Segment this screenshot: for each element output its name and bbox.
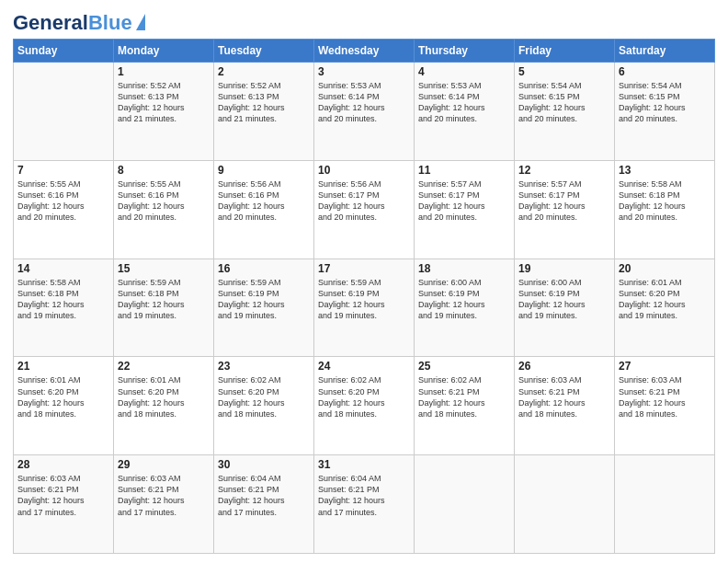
day-number: 30	[218, 458, 310, 471]
calendar-cell: 9Sunrise: 5:56 AMSunset: 6:16 PMDaylight…	[214, 160, 314, 259]
day-number: 28	[17, 458, 109, 471]
cell-content: Sunrise: 6:03 AMSunset: 6:21 PMDaylight:…	[118, 473, 210, 518]
day-number: 21	[17, 360, 109, 373]
calendar-cell: 23Sunrise: 6:02 AMSunset: 6:20 PMDayligh…	[214, 357, 314, 455]
calendar-cell: 2Sunrise: 5:52 AMSunset: 6:13 PMDaylight…	[214, 63, 314, 161]
day-number: 6	[619, 65, 711, 78]
calendar-week-row: 1Sunrise: 5:52 AMSunset: 6:13 PMDaylight…	[14, 63, 715, 161]
day-number: 11	[418, 164, 510, 177]
cell-content: Sunrise: 5:52 AMSunset: 6:13 PMDaylight:…	[118, 80, 210, 125]
cell-content: Sunrise: 6:00 AMSunset: 6:19 PMDaylight:…	[518, 277, 610, 322]
day-number: 17	[318, 262, 410, 275]
cell-content: Sunrise: 6:04 AMSunset: 6:21 PMDaylight:…	[218, 473, 310, 518]
cell-content: Sunrise: 6:02 AMSunset: 6:20 PMDaylight:…	[318, 374, 410, 419]
calendar-cell: 30Sunrise: 6:04 AMSunset: 6:21 PMDayligh…	[214, 455, 314, 554]
calendar-cell: 17Sunrise: 5:59 AMSunset: 6:19 PMDayligh…	[314, 259, 415, 357]
logo-text: GeneralBlue	[13, 13, 132, 33]
day-number: 29	[118, 458, 210, 471]
cell-content: Sunrise: 6:02 AMSunset: 6:21 PMDaylight:…	[418, 374, 510, 419]
day-number: 2	[218, 65, 310, 78]
calendar-day-header: Sunday	[14, 40, 114, 63]
calendar-cell	[515, 455, 615, 554]
cell-content: Sunrise: 6:04 AMSunset: 6:21 PMDaylight:…	[318, 473, 410, 518]
calendar-header-row: SundayMondayTuesdayWednesdayThursdayFrid…	[14, 40, 715, 63]
calendar-day-header: Monday	[114, 40, 214, 63]
day-number: 4	[418, 65, 510, 78]
cell-content: Sunrise: 6:03 AMSunset: 6:21 PMDaylight:…	[619, 374, 711, 419]
cell-content: Sunrise: 5:52 AMSunset: 6:13 PMDaylight:…	[218, 80, 310, 125]
cell-content: Sunrise: 6:02 AMSunset: 6:20 PMDaylight:…	[218, 374, 310, 419]
page: GeneralBlue SundayMondayTuesdayWednesday…	[0, 0, 728, 563]
calendar-cell: 27Sunrise: 6:03 AMSunset: 6:21 PMDayligh…	[615, 357, 715, 455]
cell-content: Sunrise: 5:59 AMSunset: 6:18 PMDaylight:…	[118, 277, 210, 322]
calendar-cell: 25Sunrise: 6:02 AMSunset: 6:21 PMDayligh…	[415, 357, 515, 455]
calendar-cell: 12Sunrise: 5:57 AMSunset: 6:17 PMDayligh…	[515, 160, 615, 259]
calendar-table: SundayMondayTuesdayWednesdayThursdayFrid…	[13, 39, 715, 554]
calendar-week-row: 14Sunrise: 5:58 AMSunset: 6:18 PMDayligh…	[14, 259, 715, 357]
cell-content: Sunrise: 6:01 AMSunset: 6:20 PMDaylight:…	[118, 374, 210, 419]
day-number: 31	[318, 458, 410, 471]
logo-triangle-icon	[136, 14, 145, 30]
cell-content: Sunrise: 5:55 AMSunset: 6:16 PMDaylight:…	[17, 178, 109, 224]
calendar-day-header: Friday	[515, 40, 615, 63]
cell-content: Sunrise: 5:55 AMSunset: 6:16 PMDaylight:…	[118, 178, 210, 224]
calendar-week-row: 21Sunrise: 6:01 AMSunset: 6:20 PMDayligh…	[14, 357, 715, 455]
calendar-cell: 29Sunrise: 6:03 AMSunset: 6:21 PMDayligh…	[114, 455, 214, 554]
cell-content: Sunrise: 5:53 AMSunset: 6:14 PMDaylight:…	[418, 80, 510, 125]
day-number: 12	[518, 164, 610, 177]
cell-content: Sunrise: 5:58 AMSunset: 6:18 PMDaylight:…	[619, 178, 711, 224]
calendar-cell	[415, 455, 515, 554]
calendar-cell: 18Sunrise: 6:00 AMSunset: 6:19 PMDayligh…	[415, 259, 515, 357]
day-number: 25	[418, 360, 510, 373]
day-number: 7	[17, 164, 109, 177]
day-number: 18	[418, 262, 510, 275]
cell-content: Sunrise: 5:54 AMSunset: 6:15 PMDaylight:…	[518, 80, 610, 125]
cell-content: Sunrise: 5:58 AMSunset: 6:18 PMDaylight:…	[17, 277, 109, 322]
calendar-cell: 4Sunrise: 5:53 AMSunset: 6:14 PMDaylight…	[415, 63, 515, 161]
calendar-cell: 7Sunrise: 5:55 AMSunset: 6:16 PMDaylight…	[14, 160, 114, 259]
day-number: 16	[218, 262, 310, 275]
calendar-cell: 15Sunrise: 5:59 AMSunset: 6:18 PMDayligh…	[114, 259, 214, 357]
calendar-cell	[615, 455, 715, 554]
day-number: 8	[118, 164, 210, 177]
cell-content: Sunrise: 6:03 AMSunset: 6:21 PMDaylight:…	[518, 374, 610, 419]
day-number: 10	[318, 164, 410, 177]
cell-content: Sunrise: 5:56 AMSunset: 6:16 PMDaylight:…	[218, 178, 310, 224]
day-number: 23	[218, 360, 310, 373]
calendar-cell: 1Sunrise: 5:52 AMSunset: 6:13 PMDaylight…	[114, 63, 214, 161]
day-number: 26	[518, 360, 610, 373]
calendar-day-header: Wednesday	[314, 40, 415, 63]
day-number: 24	[318, 360, 410, 373]
calendar-cell: 3Sunrise: 5:53 AMSunset: 6:14 PMDaylight…	[314, 63, 415, 161]
cell-content: Sunrise: 5:54 AMSunset: 6:15 PMDaylight:…	[619, 80, 711, 125]
header: GeneralBlue	[13, 9, 715, 33]
day-number: 1	[118, 65, 210, 78]
calendar-cell: 19Sunrise: 6:00 AMSunset: 6:19 PMDayligh…	[515, 259, 615, 357]
day-number: 3	[318, 65, 410, 78]
cell-content: Sunrise: 5:59 AMSunset: 6:19 PMDaylight:…	[218, 277, 310, 322]
day-number: 14	[17, 262, 109, 275]
calendar-day-header: Tuesday	[214, 40, 314, 63]
calendar-cell: 28Sunrise: 6:03 AMSunset: 6:21 PMDayligh…	[14, 455, 114, 554]
calendar-cell: 31Sunrise: 6:04 AMSunset: 6:21 PMDayligh…	[314, 455, 415, 554]
day-number: 22	[118, 360, 210, 373]
calendar-cell	[14, 63, 114, 161]
calendar-cell: 11Sunrise: 5:57 AMSunset: 6:17 PMDayligh…	[415, 160, 515, 259]
calendar-day-header: Thursday	[415, 40, 515, 63]
calendar-cell: 21Sunrise: 6:01 AMSunset: 6:20 PMDayligh…	[14, 357, 114, 455]
calendar-cell: 5Sunrise: 5:54 AMSunset: 6:15 PMDaylight…	[515, 63, 615, 161]
calendar-cell: 13Sunrise: 5:58 AMSunset: 6:18 PMDayligh…	[615, 160, 715, 259]
calendar-week-row: 7Sunrise: 5:55 AMSunset: 6:16 PMDaylight…	[14, 160, 715, 259]
cell-content: Sunrise: 5:57 AMSunset: 6:17 PMDaylight:…	[418, 178, 510, 224]
day-number: 15	[118, 262, 210, 275]
day-number: 20	[619, 262, 711, 275]
calendar-day-header: Saturday	[615, 40, 715, 63]
cell-content: Sunrise: 5:53 AMSunset: 6:14 PMDaylight:…	[318, 80, 410, 125]
calendar-cell: 26Sunrise: 6:03 AMSunset: 6:21 PMDayligh…	[515, 357, 615, 455]
cell-content: Sunrise: 5:56 AMSunset: 6:17 PMDaylight:…	[318, 178, 410, 224]
calendar-week-row: 28Sunrise: 6:03 AMSunset: 6:21 PMDayligh…	[14, 455, 715, 554]
cell-content: Sunrise: 6:03 AMSunset: 6:21 PMDaylight:…	[17, 473, 109, 518]
cell-content: Sunrise: 5:57 AMSunset: 6:17 PMDaylight:…	[518, 178, 610, 224]
day-number: 19	[518, 262, 610, 275]
calendar-cell: 10Sunrise: 5:56 AMSunset: 6:17 PMDayligh…	[314, 160, 415, 259]
